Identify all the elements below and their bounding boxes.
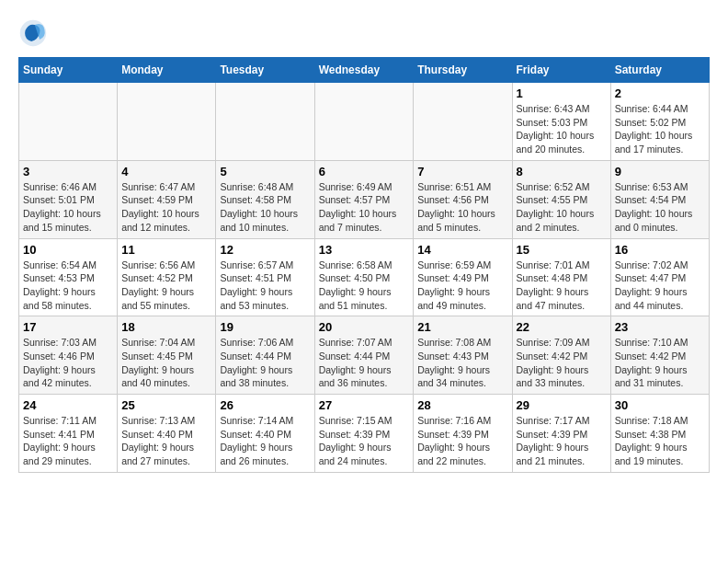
- day-info: Sunrise: 7:02 AM Sunset: 4:47 PM Dayligh…: [615, 259, 705, 313]
- day-number: 13: [319, 243, 410, 257]
- calendar-cell: 30Sunrise: 7:18 AM Sunset: 4:38 PM Dayli…: [610, 395, 709, 473]
- day-number: 12: [220, 243, 310, 257]
- day-number: 30: [615, 398, 705, 412]
- calendar-cell: 6Sunrise: 6:49 AM Sunset: 4:57 PM Daylig…: [314, 160, 414, 238]
- weekday-header-wednesday: Wednesday: [314, 58, 414, 83]
- calendar-cell: 17Sunrise: 7:03 AM Sunset: 4:46 PM Dayli…: [19, 316, 118, 395]
- day-number: 8: [517, 165, 607, 178]
- calendar-cell: [118, 83, 216, 161]
- calendar-cell: 25Sunrise: 7:13 AM Sunset: 4:40 PM Dayli…: [118, 395, 216, 473]
- calendar-cell: 28Sunrise: 7:16 AM Sunset: 4:39 PM Dayli…: [414, 395, 512, 473]
- calendar-cell: 3Sunrise: 6:46 AM Sunset: 5:01 PM Daylig…: [19, 160, 118, 238]
- day-info: Sunrise: 6:46 AM Sunset: 5:01 PM Dayligh…: [23, 180, 113, 235]
- calendar-cell: 8Sunrise: 6:52 AM Sunset: 4:55 PM Daylig…: [512, 160, 610, 238]
- day-info: Sunrise: 7:17 AM Sunset: 4:39 PM Dayligh…: [517, 414, 607, 468]
- day-number: 11: [121, 243, 211, 257]
- day-info: Sunrise: 7:06 AM Sunset: 4:44 PM Dayligh…: [220, 336, 310, 390]
- day-number: 16: [615, 243, 705, 257]
- calendar-cell: 19Sunrise: 7:06 AM Sunset: 4:44 PM Dayli…: [216, 316, 314, 395]
- day-number: 14: [417, 243, 507, 257]
- calendar-cell: 16Sunrise: 7:02 AM Sunset: 4:47 PM Dayli…: [610, 238, 709, 316]
- day-info: Sunrise: 6:52 AM Sunset: 4:55 PM Dayligh…: [517, 180, 607, 235]
- calendar-cell: 11Sunrise: 6:56 AM Sunset: 4:52 PM Dayli…: [118, 238, 216, 316]
- day-number: 2: [615, 86, 705, 100]
- day-number: 15: [517, 243, 607, 257]
- calendar-cell: 9Sunrise: 6:53 AM Sunset: 4:54 PM Daylig…: [610, 160, 709, 238]
- logo: [18, 18, 51, 48]
- day-number: 29: [517, 398, 607, 412]
- day-number: 20: [319, 320, 410, 334]
- day-info: Sunrise: 7:07 AM Sunset: 4:44 PM Dayligh…: [319, 336, 410, 390]
- calendar-cell: 10Sunrise: 6:54 AM Sunset: 4:53 PM Dayli…: [19, 238, 118, 316]
- day-info: Sunrise: 7:08 AM Sunset: 4:43 PM Dayligh…: [417, 336, 507, 390]
- calendar-cell: 14Sunrise: 6:59 AM Sunset: 4:49 PM Dayli…: [414, 238, 512, 316]
- calendar-cell: 23Sunrise: 7:10 AM Sunset: 4:42 PM Dayli…: [610, 316, 709, 395]
- calendar-cell: 29Sunrise: 7:17 AM Sunset: 4:39 PM Dayli…: [512, 395, 610, 473]
- day-info: Sunrise: 7:16 AM Sunset: 4:39 PM Dayligh…: [417, 414, 507, 468]
- day-info: Sunrise: 6:58 AM Sunset: 4:50 PM Dayligh…: [319, 259, 410, 313]
- day-number: 1: [517, 86, 607, 100]
- calendar-cell: 4Sunrise: 6:47 AM Sunset: 4:59 PM Daylig…: [118, 160, 216, 238]
- weekday-header-sunday: Sunday: [19, 58, 118, 83]
- day-info: Sunrise: 6:53 AM Sunset: 4:54 PM Dayligh…: [615, 180, 705, 235]
- calendar-cell: 5Sunrise: 6:48 AM Sunset: 4:58 PM Daylig…: [216, 160, 314, 238]
- day-number: 24: [23, 398, 113, 412]
- calendar-cell: 7Sunrise: 6:51 AM Sunset: 4:56 PM Daylig…: [414, 160, 512, 238]
- calendar-cell: 13Sunrise: 6:58 AM Sunset: 4:50 PM Dayli…: [314, 238, 414, 316]
- day-number: 27: [319, 398, 410, 412]
- day-info: Sunrise: 6:49 AM Sunset: 4:57 PM Dayligh…: [319, 180, 410, 235]
- calendar-cell: 1Sunrise: 6:43 AM Sunset: 5:03 PM Daylig…: [512, 83, 610, 161]
- day-number: 19: [220, 320, 310, 334]
- calendar-cell: [314, 83, 414, 161]
- day-info: Sunrise: 6:54 AM Sunset: 4:53 PM Dayligh…: [23, 259, 113, 313]
- weekday-header-saturday: Saturday: [610, 58, 709, 83]
- calendar-cell: 21Sunrise: 7:08 AM Sunset: 4:43 PM Dayli…: [414, 316, 512, 395]
- calendar-table: SundayMondayTuesdayWednesdayThursdayFrid…: [18, 57, 710, 473]
- calendar-cell: 26Sunrise: 7:14 AM Sunset: 4:40 PM Dayli…: [216, 395, 314, 473]
- day-number: 22: [517, 320, 607, 334]
- day-number: 26: [220, 398, 310, 412]
- calendar-cell: 20Sunrise: 7:07 AM Sunset: 4:44 PM Dayli…: [314, 316, 414, 395]
- day-info: Sunrise: 6:47 AM Sunset: 4:59 PM Dayligh…: [121, 180, 211, 235]
- day-info: Sunrise: 6:44 AM Sunset: 5:02 PM Dayligh…: [615, 102, 705, 156]
- day-info: Sunrise: 7:09 AM Sunset: 4:42 PM Dayligh…: [517, 336, 607, 390]
- day-info: Sunrise: 7:11 AM Sunset: 4:41 PM Dayligh…: [23, 414, 113, 468]
- calendar-cell: 12Sunrise: 6:57 AM Sunset: 4:51 PM Dayli…: [216, 238, 314, 316]
- calendar-cell: 18Sunrise: 7:04 AM Sunset: 4:45 PM Dayli…: [118, 316, 216, 395]
- calendar-cell: 2Sunrise: 6:44 AM Sunset: 5:02 PM Daylig…: [610, 83, 709, 161]
- day-number: 7: [417, 165, 507, 178]
- day-info: Sunrise: 7:13 AM Sunset: 4:40 PM Dayligh…: [121, 414, 211, 468]
- day-number: 18: [121, 320, 211, 334]
- day-number: 6: [319, 165, 410, 178]
- weekday-header-thursday: Thursday: [414, 58, 512, 83]
- weekday-header-friday: Friday: [512, 58, 610, 83]
- day-number: 4: [121, 165, 211, 178]
- day-info: Sunrise: 6:51 AM Sunset: 4:56 PM Dayligh…: [417, 180, 507, 235]
- calendar-cell: 24Sunrise: 7:11 AM Sunset: 4:41 PM Dayli…: [19, 395, 118, 473]
- day-number: 21: [417, 320, 507, 334]
- day-number: 10: [23, 243, 113, 257]
- day-info: Sunrise: 7:10 AM Sunset: 4:42 PM Dayligh…: [615, 336, 705, 390]
- day-info: Sunrise: 7:04 AM Sunset: 4:45 PM Dayligh…: [121, 336, 211, 390]
- day-number: 9: [615, 165, 705, 178]
- calendar-cell: 22Sunrise: 7:09 AM Sunset: 4:42 PM Dayli…: [512, 316, 610, 395]
- calendar-cell: [19, 83, 118, 161]
- calendar-cell: [216, 83, 314, 161]
- day-info: Sunrise: 7:14 AM Sunset: 4:40 PM Dayligh…: [220, 414, 310, 468]
- day-info: Sunrise: 6:56 AM Sunset: 4:52 PM Dayligh…: [121, 259, 211, 313]
- day-number: 23: [615, 320, 705, 334]
- day-number: 28: [417, 398, 507, 412]
- day-info: Sunrise: 6:43 AM Sunset: 5:03 PM Dayligh…: [517, 102, 607, 156]
- calendar-cell: 15Sunrise: 7:01 AM Sunset: 4:48 PM Dayli…: [512, 238, 610, 316]
- calendar-cell: 27Sunrise: 7:15 AM Sunset: 4:39 PM Dayli…: [314, 395, 414, 473]
- day-number: 3: [23, 165, 113, 178]
- weekday-header-tuesday: Tuesday: [216, 58, 314, 83]
- day-number: 5: [220, 165, 310, 178]
- day-info: Sunrise: 6:57 AM Sunset: 4:51 PM Dayligh…: [220, 259, 310, 313]
- page-header: [18, 18, 710, 48]
- day-number: 25: [121, 398, 211, 412]
- calendar-cell: [414, 83, 512, 161]
- day-info: Sunrise: 7:15 AM Sunset: 4:39 PM Dayligh…: [319, 414, 410, 468]
- day-info: Sunrise: 6:59 AM Sunset: 4:49 PM Dayligh…: [417, 259, 507, 313]
- logo-icon: [18, 18, 48, 48]
